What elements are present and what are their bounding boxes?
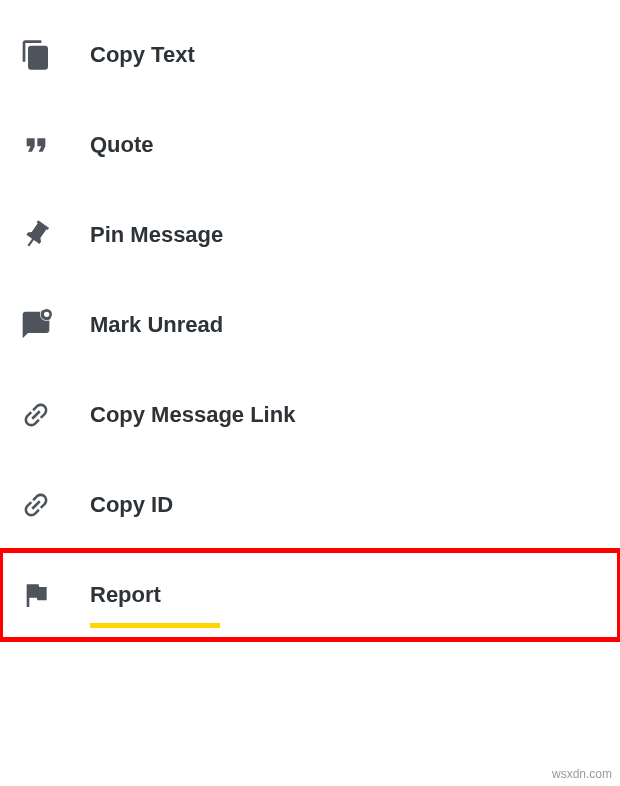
link-icon [20, 398, 60, 432]
menu-item-report[interactable]: Report [0, 550, 620, 640]
menu-item-label: Mark Unread [90, 312, 223, 338]
copy-icon [20, 38, 60, 72]
menu-item-label: Pin Message [90, 222, 223, 248]
menu-item-copy-id[interactable]: Copy ID [0, 460, 620, 550]
menu-item-copy-text[interactable]: Copy Text [0, 10, 620, 100]
menu-item-label: Copy ID [90, 492, 173, 518]
unread-icon [20, 308, 60, 342]
pin-icon [20, 218, 60, 252]
menu-item-label: Copy Text [90, 42, 195, 68]
menu-item-pin-message[interactable]: Pin Message [0, 190, 620, 280]
link-icon [20, 488, 60, 522]
watermark: wsxdn.com [552, 767, 612, 781]
quote-icon [20, 128, 60, 162]
flag-icon [20, 578, 60, 612]
highlight-underline [90, 623, 220, 628]
menu-item-copy-message-link[interactable]: Copy Message Link [0, 370, 620, 460]
menu-item-label: Quote [90, 132, 154, 158]
menu-item-label: Report [90, 582, 161, 608]
menu-item-label: Copy Message Link [90, 402, 295, 428]
context-menu: Copy Text Quote Pin Message Mark Unread … [0, 0, 620, 640]
menu-item-quote[interactable]: Quote [0, 100, 620, 190]
menu-item-mark-unread[interactable]: Mark Unread [0, 280, 620, 370]
